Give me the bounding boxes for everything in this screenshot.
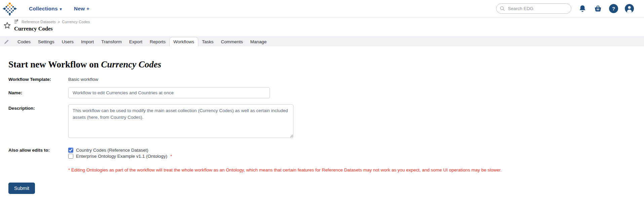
breadcrumb-separator: > [58,20,60,24]
workflow-template-row: Workflow Template: Basic workflow [8,77,644,82]
submit-button[interactable]: Submit [8,183,35,194]
collections-menu-label: Collections [29,6,58,12]
search-input[interactable] [507,6,568,11]
tab-settings[interactable]: Settings [34,37,58,46]
chevron-down-icon: ▾ [60,7,62,11]
workflow-template-value: Basic workflow [68,77,98,82]
edg-logo[interactable] [3,1,17,16]
title-stack: Reference Datasets > Currency Codes Curr… [14,19,90,32]
main-content: Start new Workflow on Currency Codes Wor… [0,60,644,194]
breadcrumb-item[interactable]: Currency Codes [62,20,90,24]
new-menu-label: New + [74,6,89,12]
tab-transform[interactable]: Transform [97,37,125,46]
also-allow-edits-row: Also allow edits to: Country Codes (Refe… [8,148,644,159]
search-box[interactable] [496,3,571,14]
page-title: Currency Codes [14,26,90,32]
tab-reports[interactable]: Reports [146,37,169,46]
basket-icon[interactable] [594,4,602,13]
tab-import[interactable]: Import [77,37,97,46]
tab-tasks[interactable]: Tasks [198,37,217,46]
workflow-description-textarea[interactable]: This workflow can be used to modify the … [68,104,293,138]
page-heading: Start new Workflow on Currency Codes [8,60,644,70]
heading-prefix: Start new Workflow on [8,59,101,69]
also-allow-edits-label: Also allow edits to: [8,148,68,153]
country-codes-checkbox[interactable] [68,148,73,153]
workflow-name-row: Name: [8,87,644,98]
breadcrumb-item[interactable]: Reference Datasets [22,20,56,24]
help-glyph: ? [612,6,615,11]
tab-comments[interactable]: Comments [217,37,246,46]
breadcrumb[interactable]: Reference Datasets > Currency Codes [14,19,90,24]
search-icon [500,6,505,11]
checkbox-row-country-codes[interactable]: Country Codes (Reference Dataset) [68,148,172,153]
tab-codes[interactable]: Codes [14,37,34,46]
checkbox-row-enterprise-ontology[interactable]: Enterprise Ontology Example v1.1 (Ontolo… [68,154,172,159]
collections-menu[interactable]: Collections ▾ [29,6,62,12]
tab-workflows[interactable]: Workflows [169,37,198,46]
ontology-warning-text: * Editing Ontologies as part of the work… [68,167,644,172]
title-bar: Reference Datasets > Currency Codes Curr… [0,17,644,37]
collection-list-icon [14,19,19,24]
also-allow-edits-options: Country Codes (Reference Dataset) Enterp… [68,148,172,159]
enterprise-ontology-checkbox-label: Enterprise Ontology Example v1.1 (Ontolo… [76,154,167,159]
edit-pencil-icon[interactable] [4,39,9,45]
tab-users[interactable]: Users [58,37,77,46]
top-navigation-bar: Collections ▾ New + [0,0,644,17]
workflow-description-row: Description: This workflow can be used t… [8,104,644,138]
topnav-right-group: ? [496,3,634,14]
notifications-bell-icon[interactable] [578,4,587,13]
tab-export[interactable]: Export [125,37,146,46]
workflow-template-label: Workflow Template: [8,77,68,82]
tab-bar: Codes Settings Users Import Transform Ex… [0,37,644,46]
heading-collection-name: Currency Codes [101,59,161,69]
enterprise-ontology-checkbox[interactable] [68,154,73,159]
workflow-name-input[interactable] [68,87,270,98]
account-icon[interactable] [625,4,634,13]
new-menu[interactable]: New + [74,6,89,12]
workflow-description-label: Description: [8,104,68,111]
country-codes-checkbox-label: Country Codes (Reference Dataset) [76,148,148,153]
tab-manage[interactable]: Manage [246,37,270,46]
ontology-required-asterisk: * [170,154,172,159]
favorite-star-icon[interactable] [3,21,11,31]
edg-logo-icon [3,1,17,16]
help-icon[interactable]: ? [609,4,618,13]
workflow-name-label: Name: [8,87,68,95]
